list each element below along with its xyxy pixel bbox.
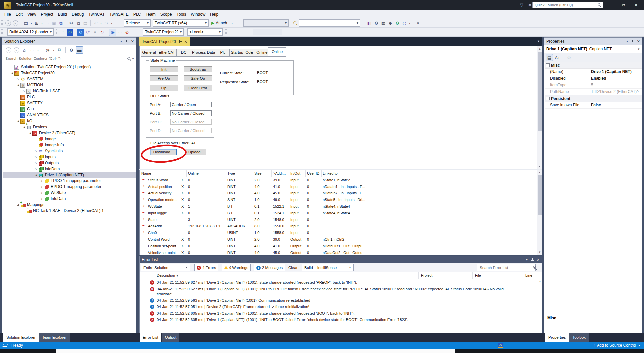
menu-team[interactable]: Team [143, 10, 158, 19]
tab-toolbox[interactable]: Toolbox [569, 333, 589, 342]
collapse-chevron-icon[interactable]: ▲ [638, 344, 641, 347]
attach-button[interactable]: ▶ Attach... ▾ [211, 19, 233, 27]
line-column[interactable]: Line [522, 272, 537, 279]
props-wrench-icon[interactable]: ⚙ [566, 54, 572, 61]
tree-collapsed-arrow[interactable]: ▷ [39, 185, 44, 188]
tc-scan-devices-icon[interactable]: ✦ [92, 29, 98, 36]
close-button[interactable]: ✕ [630, 0, 642, 10]
tree-item-drive-1-capitan-net[interactable]: ◢Drive 1 (Capitan NET) [3, 172, 136, 178]
tab-error-list[interactable]: Error List [140, 333, 161, 342]
grid-row-actual-position[interactable]: Actual positionX0DINT4.041.0Input0nDataI… [140, 183, 537, 190]
configuration-combo[interactable]: Release▼ [124, 19, 151, 27]
feedback-icon[interactable]: ☻ [528, 2, 532, 7]
pin-icon[interactable] [178, 40, 182, 43]
add-to-source-control[interactable]: ↑ Add to Source Control ▲ [593, 343, 641, 348]
solution-search-input[interactable] [5, 56, 127, 61]
menu-plc[interactable]: PLC [131, 10, 143, 19]
tree-item-safety[interactable]: SAFETY [3, 100, 136, 106]
tc-reload-devices-icon[interactable]: ∴ [60, 29, 66, 36]
tree-item-inputs[interactable]: ▷Inputs [3, 154, 136, 160]
port-status-field[interactable] [170, 110, 212, 116]
tree-collapsed-arrow[interactable]: ▷ [39, 197, 44, 200]
chevron-down-icon[interactable]: ▾ [132, 57, 134, 60]
tree-collapsed-arrow[interactable]: ▷ [21, 90, 26, 93]
chevron-down-icon[interactable]: ▼ [203, 21, 208, 25]
scrollbar-thumb[interactable] [538, 175, 542, 215]
error-list-entry[interactable]: 04-Jan-21 11:52:52 605 ms | 'Drive 1 (Ca… [140, 317, 542, 323]
tab-dc[interactable]: DC [177, 49, 191, 56]
collapse-icon[interactable]: − [546, 63, 550, 67]
menu-twincat[interactable]: TwinCAT [86, 10, 107, 19]
tree-item-rpdo-1-mapping-parameter[interactable]: ▷RPDO 1 mapping parameter [3, 184, 136, 190]
download-button[interactable]: Download... [150, 149, 177, 155]
messages-filter-button[interactable]: 2 Messages [254, 264, 285, 271]
error-scope-combo[interactable]: Entire Solution ▼ [141, 264, 190, 271]
properties-header[interactable]: Properties ▾ ✕ [544, 38, 642, 45]
pin-icon[interactable] [531, 258, 534, 261]
community-people-icon[interactable]: ☻ [387, 20, 394, 27]
requested-state-field[interactable] [256, 79, 291, 84]
tc-show-online-data-icon[interactable]: ▱ [117, 29, 123, 36]
props-categorized-icon[interactable]: ▤ [546, 54, 553, 61]
save-icon[interactable]: ▣ [51, 20, 57, 27]
twincat-status-icon[interactable]: ⚙ [498, 343, 503, 348]
file-column[interactable]: File [473, 272, 522, 279]
tree-item-system[interactable]: ▷SYSTEM [3, 76, 136, 82]
tab-online[interactable]: Online [268, 47, 286, 56]
build-version-combo[interactable]: Build 4024.12 (Loaded)▼ [7, 28, 54, 36]
active-project-combo[interactable]: TwinCAT Project20▼ [143, 28, 184, 36]
chevron-down-icon[interactable]: ▼ [48, 30, 53, 34]
clear-error-button[interactable]: Clear Error [184, 85, 212, 91]
tc-restart-icon[interactable]: ↻ [99, 29, 105, 36]
tree-expanded-arrow[interactable]: ◢ [21, 126, 26, 129]
chevron-down-icon[interactable]: ▼ [178, 30, 183, 34]
menu-file[interactable]: File [2, 10, 13, 19]
scroll-down-icon[interactable]: ▼ [537, 164, 542, 169]
tab-process-data[interactable]: Process Data [191, 49, 216, 56]
se-back-icon[interactable]: ◄ [6, 47, 11, 53]
properties-object-combo[interactable]: Drive 1 (Capitan NET) Capitan NET ▼ [544, 45, 642, 53]
menu-build[interactable]: Build [56, 10, 69, 19]
grid-column-type[interactable]: Type [226, 170, 253, 177]
navigate-forward-icon[interactable]: ► [13, 20, 18, 26]
grid-row-chn0[interactable]: Chn00USINT1.01558.0Input0 [140, 229, 537, 236]
property-row-disabled[interactable]: DisabledEnabled [545, 75, 642, 82]
op-button[interactable]: Op [150, 85, 178, 91]
xml-editor-icon[interactable]: ◧ [366, 20, 373, 27]
new-project-icon[interactable]: ▤ [23, 20, 29, 27]
error-list-header[interactable]: Error List ▾ ✕ [140, 256, 542, 263]
grid-row-position-set-point[interactable]: Position set-pointX0DINT4.041.0Output0nD… [140, 243, 537, 249]
grid-header[interactable]: NameOnlineTypeSize>Addr...In/OutUser IDL… [140, 170, 537, 177]
se-home-icon[interactable]: ⌂ [21, 47, 28, 53]
tab-plc[interactable]: Plc [216, 49, 230, 56]
grid-column-inout[interactable]: In/Out [289, 170, 306, 177]
property-value[interactable]: False [589, 102, 642, 108]
chevron-down-icon[interactable]: ▾ [36, 49, 40, 52]
paste-icon[interactable]: ▤ [82, 20, 89, 27]
property-row-itemtype[interactable]: ItemType5 [545, 82, 642, 89]
chevron-down-icon[interactable]: ▼ [349, 266, 351, 269]
document-list-caret[interactable]: ▼ [537, 40, 540, 43]
property-row-name[interactable]: (Name)Drive 1 (Capitan NET) [545, 69, 642, 75]
tab-coe-online[interactable]: CoE - Online [245, 49, 268, 56]
grid-row-velocity-set-point[interactable]: Velocity set-pointX0DINT4.045.0Output0nD… [140, 249, 537, 254]
scroll-up-icon[interactable]: ▲ [537, 46, 542, 51]
grid-row-wcstate[interactable]: WcStateX1BIT0.11522.1Input0nState4, nSta… [140, 203, 537, 210]
pin-icon[interactable] [125, 40, 128, 43]
property-row-pathname[interactable]: PathNameTIID^Device 2 (EtherCAT)^ [545, 89, 642, 95]
window-position-icon[interactable]: ▾ [120, 40, 122, 43]
solution-explorer-header[interactable]: Solution Explorer ▾ ✕ [2, 38, 136, 45]
tree-expanded-arrow[interactable]: ◢ [15, 120, 20, 123]
menu-debug[interactable]: Debug [69, 10, 86, 19]
grid-column-userid[interactable]: User ID [306, 170, 322, 177]
property-value[interactable]: TIID^Device 2 (EtherCAT)^ [589, 89, 642, 95]
tree-item-analytics[interactable]: ANALYTICS [3, 112, 136, 118]
error-search-input[interactable] [479, 265, 531, 270]
tree-item-image-info[interactable]: Image-Info [3, 142, 136, 148]
close-icon[interactable]: ✕ [184, 40, 187, 44]
chevron-down-icon[interactable]: ▾ [52, 49, 55, 52]
grid-column-name[interactable]: Name [140, 170, 180, 177]
se-sync-with-active-document-icon[interactable]: ⧉ [56, 47, 63, 53]
error-search-box[interactable]: ▾ [477, 264, 536, 271]
property-category-persistent[interactable]: −Persistent [545, 95, 642, 102]
